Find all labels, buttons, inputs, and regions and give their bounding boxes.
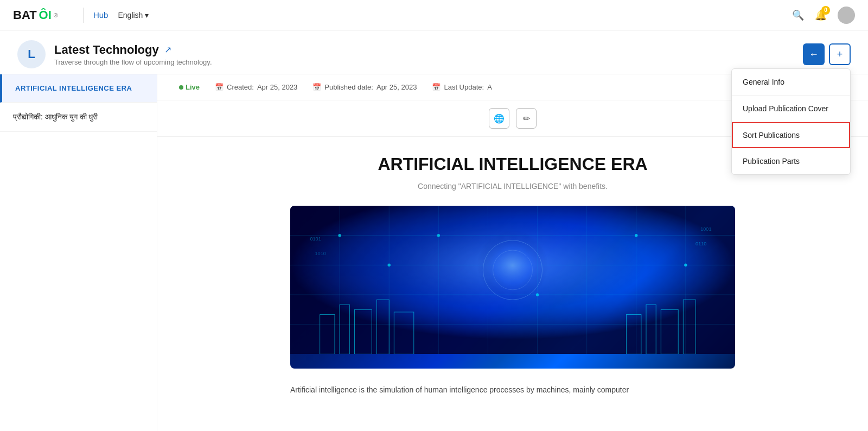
sidebar-item-hindi[interactable]: प्रौद्योगिकी: आधुनिक युग की धुरी [0,103,157,132]
calendar-icon: 📅 [215,83,224,91]
svg-point-13 [468,225,557,314]
created-date: 📅 Created: Apr 25, 2023 [215,83,297,91]
header-divider [83,8,84,23]
notification-button[interactable]: 🔔 0 [815,9,827,21]
calendar-icon-2: 📅 [312,83,321,91]
search-button[interactable]: 🔍 [792,9,804,21]
publication-info: Latest Technology ↗ Traverse through the… [54,43,212,66]
logo-oi: ÔI [39,8,52,22]
publication-subtitle: Traverse through the flow of upcoming te… [54,58,212,66]
language-selector[interactable]: English ▾ [118,11,149,20]
last-update-date: 📅 Last Update: A [432,83,492,91]
publication-title-row: Latest Technology ↗ [54,43,212,57]
language-chevron-icon: ▾ [145,11,149,20]
header: BATÔI® Hub English ▾ 🔍 🔔 0 [0,0,868,30]
dropdown-menu: General Info Upload Publication Cover So… [731,68,851,175]
svg-point-29 [635,234,637,237]
svg-point-30 [684,264,687,267]
live-dot-icon [179,85,183,90]
calendar-icon-3: 📅 [432,83,441,91]
publication-title: Latest Technology [54,43,159,57]
svg-text:0101: 0101 [310,236,321,242]
article: ARTIFICIAL INTELLIGENCE ERA Connecting "… [269,137,757,414]
language-label: English [118,11,143,20]
sidebar-item-ai-era-title: ARTIFICIAL INTELLIGENCE ERA [15,84,144,92]
publication-header-actions: ← + [803,43,851,65]
article-body: Artificial intelligence is the simulatio… [290,384,735,397]
external-link-icon[interactable]: ↗ [164,45,171,55]
notification-badge: 0 [821,6,830,15]
article-cover-image: 0110 1001 1010 0101 [290,206,735,369]
svg-point-25 [338,234,341,237]
sidebar: ARTIFICIAL INTELLIGENCE ERA प्रौद्योगिकी… [0,74,157,431]
svg-text:1001: 1001 [700,226,711,232]
svg-point-27 [437,234,440,237]
page-content: L Latest Technology ↗ Traverse through t… [0,0,868,431]
logo-trademark: ® [54,12,58,18]
svg-text:0110: 0110 [695,241,706,246]
sidebar-item-ai-era[interactable]: ARTIFICIAL INTELLIGENCE ERA [0,74,157,103]
logo: BATÔI® [13,8,58,22]
status-badge: Live [179,83,200,91]
article-subtitle: Connecting "ARTIFICIAL INTELLIGENCE" wit… [290,182,735,191]
edit-button[interactable]: ✏ [516,108,537,129]
dropdown-general-info[interactable]: General Info [732,69,850,96]
add-button[interactable]: + [829,43,851,65]
globe-button[interactable]: 🌐 [489,108,509,129]
user-avatar[interactable] [838,7,855,24]
header-right: 🔍 🔔 0 [792,7,855,24]
publication-header: L Latest Technology ↗ Traverse through t… [0,30,868,74]
svg-point-26 [387,264,390,267]
hub-link[interactable]: Hub [93,10,108,20]
article-title: ARTIFICIAL INTELLIGENCE ERA [290,154,735,174]
svg-text:1010: 1010 [315,251,326,256]
svg-point-28 [536,293,539,296]
back-button[interactable]: ← [803,43,825,65]
sidebar-item-hindi-title: प्रौद्योगिकी: आधुनिक युग की धुरी [13,112,98,121]
dropdown-publication-parts[interactable]: Publication Parts [732,148,850,174]
dropdown-sort-publications[interactable]: Sort Publications [732,122,850,148]
publication-avatar: L [17,40,46,68]
dropdown-upload-cover[interactable]: Upload Publication Cover [732,96,850,122]
published-date: 📅 Published date: Apr 25, 2023 [312,83,417,91]
logo-bat: BAT [13,8,37,22]
